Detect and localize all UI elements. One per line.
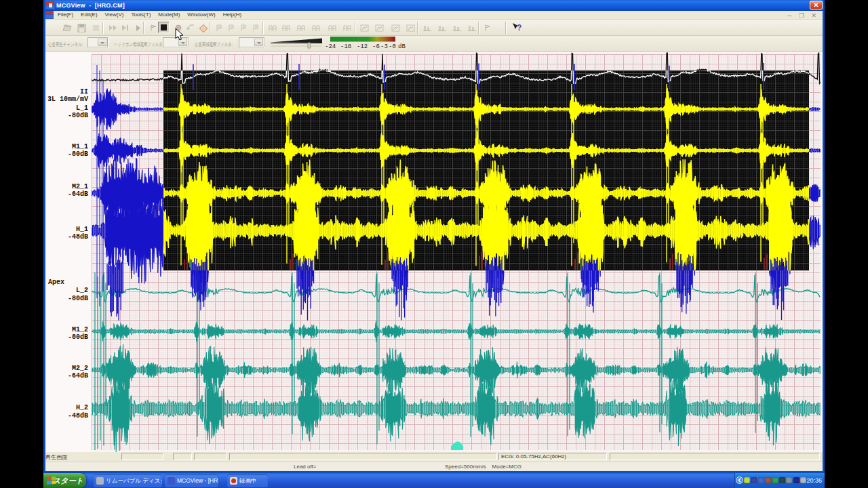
- svg-text:?: ?: [517, 23, 521, 33]
